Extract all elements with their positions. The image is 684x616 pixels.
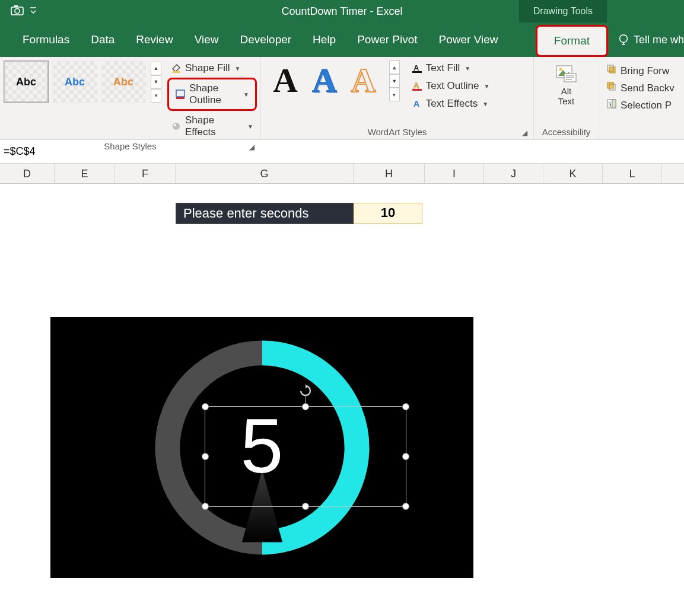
selection-pane-button[interactable]: Selection P (606, 98, 675, 112)
camera-icon[interactable] (11, 5, 24, 18)
svg-text:A: A (413, 99, 419, 108)
tab-formulas[interactable]: Formulas (12, 26, 80, 53)
tab-help[interactable]: Help (302, 26, 346, 53)
resize-handle[interactable] (302, 403, 309, 410)
text-outline-button[interactable]: A Text Outline▼ (408, 78, 494, 94)
resize-handle[interactable] (302, 503, 309, 510)
dialog-launcher-icon[interactable]: ◢ (249, 143, 254, 151)
bucket-icon (171, 63, 182, 74)
shape-outline-label: Shape Outline (189, 82, 238, 106)
gallery-more-icon[interactable]: ▾ (389, 88, 400, 101)
thumb-label: Abc (113, 76, 133, 88)
seconds-value-cell[interactable]: 10 (354, 203, 422, 224)
gallery-up-icon[interactable]: ▲ (389, 60, 400, 74)
svg-rect-13 (412, 71, 422, 73)
svg-point-11 (174, 124, 176, 126)
dialog-launcher-icon[interactable]: ◢ (522, 129, 527, 137)
resize-handle[interactable] (402, 503, 409, 510)
col-header[interactable]: F (115, 164, 176, 183)
send-backward-button[interactable]: Send Backv (606, 81, 675, 95)
resize-handle[interactable] (402, 403, 409, 410)
svg-rect-29 (612, 100, 616, 108)
svg-rect-9 (176, 97, 184, 99)
shape-effects-button[interactable]: Shape Effects▼ (167, 113, 257, 140)
wordart-gallery[interactable]: A A A (265, 60, 384, 100)
resize-handle[interactable] (202, 453, 209, 460)
chevron-down-icon: ▼ (465, 65, 470, 72)
resize-handle[interactable] (402, 453, 409, 460)
group-shape-styles: Abc Abc Abc ▲ ▼ ▾ Shape Fill▼ Shape Ou (0, 57, 261, 139)
tab-developer[interactable]: Developer (229, 26, 302, 53)
wordart-thumb-2[interactable]: A (312, 60, 337, 100)
resize-handle[interactable] (202, 403, 209, 410)
shape-style-thumb-3[interactable]: Abc (101, 60, 146, 103)
col-header[interactable]: E (55, 164, 115, 183)
group-label-arrange (603, 126, 680, 138)
wordart-thumb-1[interactable]: A (273, 60, 298, 100)
tab-data[interactable]: Data (80, 26, 125, 53)
text-effects-button[interactable]: A Text Effects▼ (408, 96, 494, 111)
gallery-down-icon[interactable]: ▼ (389, 74, 400, 88)
svg-point-10 (173, 123, 180, 130)
effects-icon (171, 121, 182, 132)
shape-format-buttons: Shape Fill▼ Shape Outline▼ Shape Effects… (167, 60, 257, 140)
tell-me[interactable]: Tell me wh (612, 23, 684, 57)
gallery-down-icon[interactable]: ▼ (151, 75, 161, 89)
bring-forward-button[interactable]: Bring Forw (606, 64, 675, 78)
shape-effects-label: Shape Effects (185, 114, 243, 138)
title-bar: CountDown Timer - Excel Drawing Tools (0, 0, 684, 23)
wordart-thumb-3[interactable]: A (351, 60, 376, 100)
tab-power-pivot[interactable]: Power Pivot (346, 26, 428, 53)
group-arrange: Bring Forw Send Backv Selection P (599, 57, 684, 139)
tab-view[interactable]: View (184, 26, 230, 53)
svg-point-1 (15, 8, 20, 13)
gallery-more-icon[interactable]: ▾ (151, 89, 161, 103)
resize-handle[interactable] (202, 503, 209, 510)
format-tab-highlight: Format (536, 25, 608, 57)
textbox-selection[interactable] (205, 406, 406, 507)
svg-point-19 (559, 68, 562, 71)
shape-style-thumb-2[interactable]: Abc (52, 60, 97, 103)
ribbon-tabs: Formulas Data Review View Developer Help… (0, 23, 684, 57)
alt-text-label-2: Text (558, 97, 575, 107)
group-wordart-styles: A A A ▲ ▼ ▾ A Text Fill▼ A Text Outline▼ (261, 57, 534, 139)
quick-access-toolbar (0, 5, 37, 18)
group-accessibility: Alt Text Accessibility (534, 57, 599, 139)
col-header[interactable]: J (484, 164, 543, 183)
gallery-up-icon[interactable]: ▲ (151, 62, 161, 75)
seconds-label-cell[interactable]: Please enter seconds (176, 203, 354, 224)
chevron-down-icon: ▼ (483, 83, 489, 90)
col-header[interactable]: G (176, 164, 354, 183)
rotation-handle-icon[interactable] (299, 384, 312, 397)
alt-text-button[interactable]: Alt Text (548, 60, 586, 106)
svg-point-4 (620, 35, 628, 43)
chevron-down-icon: ▼ (482, 101, 488, 107)
col-header[interactable]: L (603, 164, 662, 183)
shape-outline-button[interactable]: Shape Outline▼ (171, 81, 253, 108)
worksheet-area[interactable]: Please enter seconds 10 5 (0, 184, 684, 616)
col-header[interactable]: H (354, 164, 425, 183)
tab-format[interactable]: Format (536, 25, 608, 57)
chevron-down-icon: ▼ (247, 123, 253, 130)
svg-rect-8 (176, 90, 184, 97)
tab-review[interactable]: Review (125, 26, 183, 53)
tab-power-view[interactable]: Power View (428, 26, 509, 53)
pen-outline-icon (175, 89, 186, 100)
col-header[interactable]: K (543, 164, 603, 183)
shape-style-gallery[interactable]: Abc Abc Abc ▲ ▼ ▾ (4, 60, 161, 103)
shape-fill-button[interactable]: Shape Fill▼ (167, 60, 257, 76)
bring-forward-icon (606, 64, 617, 78)
text-fill-button[interactable]: A Text Fill▼ (408, 60, 494, 76)
tell-me-label: Tell me wh (634, 34, 684, 46)
alt-text-icon (556, 65, 577, 83)
qat-customize-icon[interactable] (30, 7, 37, 16)
wordart-format-buttons: A Text Fill▼ A Text Outline▼ A Text Effe… (408, 60, 494, 111)
text-effects-label: Text Effects (426, 98, 478, 110)
svg-marker-32 (306, 384, 308, 388)
wordart-gallery-scroll: ▲ ▼ ▾ (389, 60, 400, 101)
countdown-chart[interactable]: 5 (50, 317, 473, 578)
shape-style-thumb-1[interactable]: Abc (4, 60, 49, 103)
chevron-down-icon: ▼ (235, 65, 241, 72)
col-header[interactable]: D (0, 164, 55, 183)
col-header[interactable]: I (425, 164, 484, 183)
